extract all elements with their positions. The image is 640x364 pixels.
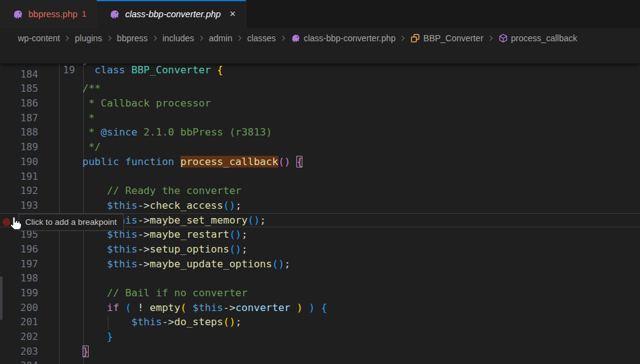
- breadcrumb-label: BBP_Converter: [423, 33, 483, 43]
- code-token: ): [296, 302, 302, 313]
- breadcrumb-item-wp-content[interactable]: wp-content: [18, 33, 60, 43]
- code-line-188: 188 * @since 2.1.0 bbPress (r3813): [0, 125, 640, 140]
- code-text-202[interactable]: }: [38, 330, 113, 344]
- code-text-201[interactable]: $this->do_steps();: [38, 315, 241, 330]
- line-number-197[interactable]: 197: [0, 257, 38, 272]
- code-text-189[interactable]: */: [38, 140, 101, 155]
- code-token: ): [278, 258, 285, 270]
- code-token: ->: [137, 214, 150, 226]
- code-token: ;: [260, 214, 266, 226]
- breadcrumb-item-process-callback[interactable]: process_callback: [498, 33, 577, 43]
- close-icon[interactable]: ✕: [229, 9, 236, 18]
- line-number-202[interactable]: 202: [0, 330, 38, 344]
- code-token: do_steps: [174, 316, 223, 328]
- code-token: [58, 331, 107, 342]
- code-token: (: [229, 229, 235, 240]
- tab-label: bbpress.php: [28, 9, 78, 19]
- line-number-193[interactable]: 193: [0, 198, 38, 213]
- breadcrumb-item-plugins[interactable]: plugins: [75, 33, 102, 43]
- code-token: [187, 302, 193, 313]
- code-text-193[interactable]: $this->check_access();: [38, 198, 241, 213]
- tab-bbpress-php[interactable]: bbpress.php 1: [0, 0, 97, 28]
- line-number-200[interactable]: 200: [0, 301, 38, 315]
- code-token: ): [285, 156, 291, 168]
- tab-bar: bbpress.php 1 class-bbp-converter.php ✕: [0, 0, 640, 28]
- breadcrumb-item-bbp-converter[interactable]: BBP_Converter: [410, 33, 483, 43]
- line-number-190[interactable]: 190: [0, 155, 38, 169]
- tab-error-count-badge: 1: [82, 9, 87, 18]
- breadcrumb: wp-contentpluginsbbpressincludesadmincla…: [0, 28, 640, 48]
- code-line-203: 203 }: [0, 344, 640, 359]
- code-token: }: [83, 346, 89, 357]
- code-token: ->: [223, 302, 235, 313]
- code-line-193: 193 $this->check_access();: [0, 198, 640, 213]
- code-text-199[interactable]: // Bail if no converter: [38, 286, 248, 301]
- code-token: [302, 302, 309, 313]
- code-token: (: [278, 156, 285, 168]
- breadcrumb-label: bbpress: [117, 33, 148, 43]
- code-token: {: [296, 156, 302, 168]
- php-file-icon: [291, 33, 301, 43]
- line-number-186[interactable]: 186: [0, 96, 38, 111]
- tab-class-bbp-converter-php[interactable]: class-bbp-converter.php ✕: [97, 0, 246, 28]
- chevron-right-icon: [235, 34, 244, 42]
- code-token: 2.1.0 bbPress (r3813): [137, 126, 272, 138]
- code-token: (: [248, 214, 254, 226]
- code-token: [58, 112, 83, 124]
- breadcrumb-label: includes: [163, 33, 194, 43]
- code-token: [58, 258, 107, 270]
- editor-left-decoration: [0, 277, 2, 320]
- code-text-186[interactable]: * Callback processor: [38, 96, 211, 111]
- class-symbol-icon: [410, 33, 420, 43]
- code-token: $this: [131, 316, 162, 328]
- code-line-202: 202 }: [0, 330, 640, 344]
- code-line-199: 199 // Bail if no converter: [0, 286, 640, 301]
- line-number-204[interactable]: 204: [0, 358, 38, 364]
- code-line-198: 198: [0, 271, 640, 286]
- code-text-197[interactable]: $this->maybe_update_options();: [38, 257, 291, 272]
- code-token: if: [107, 302, 119, 313]
- php-file-icon: [109, 9, 120, 20]
- line-number-196[interactable]: 196: [0, 242, 38, 257]
- line-number-188[interactable]: 188: [0, 125, 38, 140]
- code-text-190[interactable]: public function process_callback() {: [38, 155, 302, 169]
- chevron-right-icon: [151, 34, 160, 42]
- code-token: ): [235, 243, 241, 255]
- code-token: ): [229, 316, 235, 328]
- code-text-203[interactable]: }: [38, 344, 89, 359]
- line-number-199[interactable]: 199: [0, 286, 38, 301]
- line-number-192[interactable]: 192: [0, 184, 38, 198]
- code-token: [58, 126, 83, 138]
- code-token: function: [125, 156, 174, 168]
- line-number-203[interactable]: 203: [0, 344, 38, 359]
- code-text-185[interactable]: /**: [38, 81, 101, 96]
- code-text-192[interactable]: // Ready the converter: [38, 184, 241, 198]
- breadcrumb-item-classes[interactable]: classes: [247, 33, 276, 43]
- line-number-191[interactable]: 191: [0, 169, 38, 184]
- line-number-189[interactable]: 189: [0, 140, 38, 155]
- line-number-187[interactable]: 187: [0, 111, 38, 126]
- breadcrumb-item-admin[interactable]: admin: [209, 33, 232, 43]
- code-token: process_callback: [180, 156, 278, 168]
- code-token: [211, 64, 217, 76]
- sticky-code-text: class BBP_Converter {: [75, 63, 224, 78]
- breadcrumb-item-class-bbp-converter-php[interactable]: class-bbp-converter.php: [291, 33, 395, 43]
- code-line-189: 189 */: [0, 140, 640, 155]
- breadcrumb-label: process_callback: [511, 33, 577, 43]
- code-text-196[interactable]: $this->setup_options();: [38, 242, 248, 257]
- code-token: empty: [150, 302, 180, 313]
- breadcrumb-item-bbpress[interactable]: bbpress: [117, 33, 148, 43]
- code-text-188[interactable]: * @since 2.1.0 bbPress (r3813): [38, 125, 272, 140]
- code-line-191: 191: [0, 169, 640, 184]
- code-token: ;: [241, 243, 248, 255]
- sticky-scroll-line[interactable]: 19class BBP_Converter {: [0, 48, 640, 63]
- code-token: ): [235, 229, 241, 240]
- chevron-right-icon: [279, 34, 288, 42]
- breadcrumb-item-includes[interactable]: includes: [163, 33, 194, 43]
- code-token: ;: [235, 316, 241, 328]
- code-text-200[interactable]: if ( ! empty( $this->converter ) ) {: [38, 301, 327, 315]
- line-number-201[interactable]: 201: [0, 315, 38, 330]
- code-text-187[interactable]: *: [38, 111, 95, 126]
- code-token: [58, 316, 131, 328]
- line-number-198[interactable]: 198: [0, 271, 38, 286]
